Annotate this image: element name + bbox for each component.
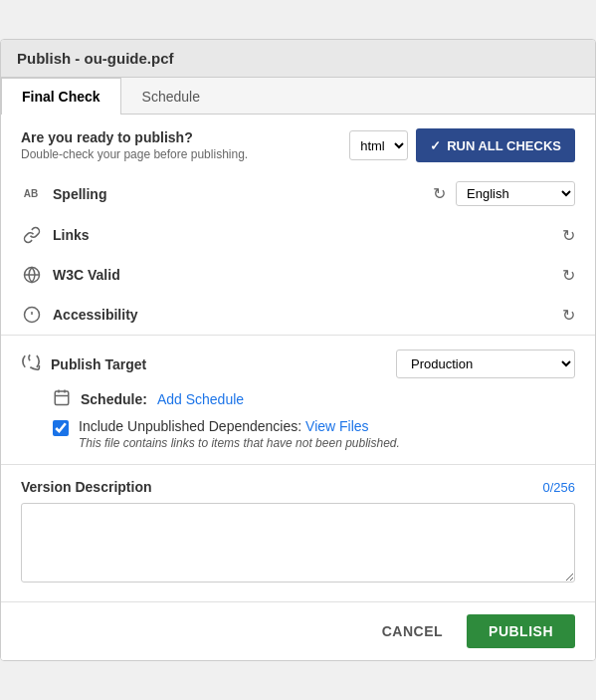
version-section: Version Description 0/256 — [1, 465, 595, 602]
dependencies-text: Include Unpublished Dependencies: View F… — [79, 418, 400, 434]
schedule-row: Schedule: Add Schedule — [21, 388, 575, 410]
accessibility-label: Accessibility — [53, 307, 552, 323]
spelling-label: Spelling — [53, 186, 423, 202]
dialog-body: Are you ready to publish? Double-check y… — [1, 115, 595, 602]
links-refresh-icon[interactable]: ↻ — [562, 226, 575, 245]
svg-text:AB: AB — [24, 188, 38, 199]
version-label: Version Description — [21, 479, 151, 495]
version-header: Version Description 0/256 — [21, 479, 575, 495]
links-icon — [21, 224, 43, 246]
check-row-accessibility: Accessibility ↻ — [1, 295, 595, 335]
version-count: 0/256 — [542, 480, 575, 495]
links-label: Links — [53, 227, 552, 243]
svg-rect-6 — [55, 391, 69, 405]
accessibility-icon — [21, 304, 43, 326]
checks-controls: html text css ✓ RUN ALL CHECKS — [349, 128, 575, 162]
publish-button[interactable]: PUBLISH — [467, 614, 575, 648]
check-row-spelling: AB Spelling ↻ English French Spanish — [1, 172, 595, 215]
w3c-refresh-icon[interactable]: ↻ — [562, 266, 575, 285]
spelling-refresh-icon[interactable]: ↻ — [433, 184, 446, 203]
publish-target-label-group: Publish Target — [21, 351, 146, 376]
dialog-footer: CANCEL PUBLISH — [1, 602, 595, 660]
publish-target-row: Publish Target Production Staging Develo… — [21, 350, 575, 378]
checks-subtitle: Double-check your page before publishing… — [21, 147, 248, 161]
checks-top: Are you ready to publish? Double-check y… — [1, 115, 595, 172]
target-icon — [21, 351, 41, 376]
publish-target-text: Publish Target — [51, 356, 146, 372]
schedule-label: Schedule: — [81, 391, 147, 407]
version-description-textarea[interactable] — [21, 503, 575, 583]
dialog-title-bar: Publish - ou-guide.pcf — [1, 40, 595, 78]
w3c-icon — [21, 264, 43, 286]
checks-section: Are you ready to publish? Double-check y… — [1, 115, 595, 336]
add-schedule-link[interactable]: Add Schedule — [157, 391, 244, 407]
unpublished-dependencies-checkbox[interactable] — [53, 420, 69, 436]
calendar-icon — [53, 388, 71, 410]
checkmark-icon: ✓ — [430, 138, 441, 153]
check-row-w3c: W3C Valid ↻ — [1, 255, 595, 295]
tab-final-check[interactable]: Final Check — [1, 78, 121, 115]
spelling-icon: AB — [21, 183, 43, 205]
accessibility-refresh-icon[interactable]: ↻ — [562, 306, 575, 325]
dependencies-row: Include Unpublished Dependencies: View F… — [21, 418, 575, 450]
dependencies-text-block: Include Unpublished Dependencies: View F… — [79, 418, 400, 450]
publish-target-section: Publish Target Production Staging Develo… — [1, 336, 595, 465]
publish-target-select[interactable]: Production Staging Development — [396, 350, 575, 378]
dependencies-note: This file contains links to items that h… — [79, 436, 400, 450]
tabs-bar: Final Check Schedule — [1, 78, 595, 115]
cancel-button[interactable]: CANCEL — [368, 615, 457, 647]
run-all-checks-button[interactable]: ✓ RUN ALL CHECKS — [416, 128, 575, 162]
check-row-links: Links ↻ — [1, 215, 595, 255]
checks-question: Are you ready to publish? — [21, 129, 248, 145]
html-type-select[interactable]: html text css — [349, 130, 408, 160]
publish-dialog: Publish - ou-guide.pcf Final Check Sched… — [0, 39, 596, 661]
checks-text: Are you ready to publish? Double-check y… — [21, 129, 248, 161]
view-files-link[interactable]: View Files — [305, 418, 369, 434]
dialog-title: Publish - ou-guide.pcf — [17, 50, 174, 67]
tab-schedule[interactable]: Schedule — [121, 78, 221, 115]
w3c-label: W3C Valid — [53, 267, 552, 283]
spelling-language-select[interactable]: English French Spanish — [456, 181, 575, 206]
